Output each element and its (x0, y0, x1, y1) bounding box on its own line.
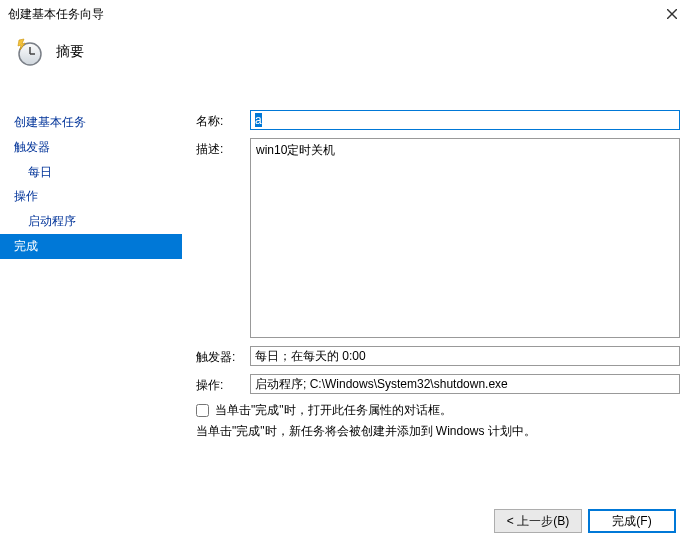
finish-info-text: 当单击"完成"时，新任务将会被创建并添加到 Windows 计划中。 (196, 423, 680, 440)
sidebar-item-daily[interactable]: 每日 (0, 160, 182, 185)
finish-button[interactable]: 完成(F) (588, 509, 676, 533)
wizard-header: 摘要 (0, 28, 700, 76)
name-input[interactable] (250, 110, 680, 130)
trigger-input (250, 346, 680, 366)
main-panel: 名称: 描述: win10定时关机 触发器: 操作: 当单击"完成"时，打开此任… (182, 76, 700, 466)
window-title: 创建基本任务向导 (8, 6, 652, 23)
description-textarea[interactable]: win10定时关机 (250, 138, 680, 338)
titlebar: 创建基本任务向导 (0, 0, 700, 28)
open-properties-checkbox-row: 当单击"完成"时，打开此任务属性的对话框。 (196, 402, 680, 419)
name-label: 名称: (196, 110, 250, 130)
action-input (250, 374, 680, 394)
content-area: 创建基本任务 触发器 每日 操作 启动程序 完成 名称: 描述: win10定时… (0, 76, 700, 466)
open-properties-checkbox[interactable] (196, 404, 209, 417)
page-title: 摘要 (56, 42, 84, 62)
action-label: 操作: (196, 374, 250, 394)
close-icon (667, 9, 677, 19)
wizard-steps-sidebar: 创建基本任务 触发器 每日 操作 启动程序 完成 (0, 76, 182, 466)
sidebar-item-finish[interactable]: 完成 (0, 234, 182, 259)
sidebar-item-trigger[interactable]: 触发器 (0, 135, 182, 160)
sidebar-item-action[interactable]: 操作 (0, 184, 182, 209)
close-button[interactable] (652, 0, 692, 28)
trigger-label: 触发器: (196, 346, 250, 366)
wizard-footer: < 上一步(B) 完成(F) (494, 509, 676, 533)
back-button[interactable]: < 上一步(B) (494, 509, 582, 533)
sidebar-item-create-task[interactable]: 创建基本任务 (0, 110, 182, 135)
clock-icon (16, 38, 44, 66)
open-properties-label[interactable]: 当单击"完成"时，打开此任务属性的对话框。 (215, 402, 452, 419)
sidebar-item-start-program[interactable]: 启动程序 (0, 209, 182, 234)
description-label: 描述: (196, 138, 250, 158)
